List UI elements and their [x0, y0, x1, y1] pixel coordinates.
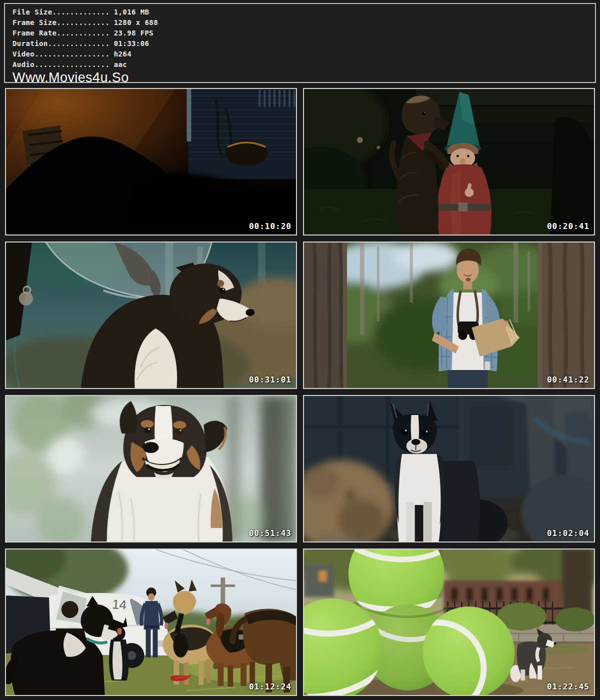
screenshot-thumbnail: 00:41:22 [303, 242, 595, 389]
scene-barn-pup [6, 242, 296, 388]
bokeh-light [357, 137, 363, 143]
timestamp-overlay: 01:22:45 [547, 682, 590, 692]
scene-gnome [304, 89, 594, 234]
info-value: 23.98 FPS [114, 29, 154, 37]
info-dots: .............. [48, 40, 110, 48]
info-label: Video [12, 50, 34, 58]
screenshot-thumbnail: 00:51:43 [5, 395, 297, 542]
scene-aussie-closeup [6, 396, 296, 542]
info-dots: ............ [56, 18, 110, 26]
scene-dark-alley [6, 89, 296, 234]
timestamp-overlay: 00:51:43 [249, 528, 292, 538]
scene-k9-yard: 14 [6, 550, 296, 695]
media-info-row: Frame Rate............23.98 FPS [12, 28, 595, 38]
screenshot-thumbnail: 14 [5, 548, 297, 696]
timestamp-overlay: 00:10:20 [249, 222, 292, 231]
screenshot-thumbnail: 00:31:01 [5, 242, 297, 389]
info-value: h264 [114, 50, 132, 58]
media-info-row: Audio.................aac [12, 60, 595, 70]
screenshot-thumbnail: 01:22:45 [303, 548, 595, 696]
media-info-row: Video.................h264 [12, 49, 595, 60]
deer-statue-silhouette [550, 117, 594, 234]
pine-trunk-right [538, 242, 594, 388]
info-dots: ................. [34, 50, 110, 58]
info-dots: ................. [34, 60, 110, 68]
site-watermark: Www.Movies4u.So [12, 70, 595, 85]
screenshot-thumbnail: 01:02:04 [303, 395, 595, 542]
info-dots: ............. [52, 8, 110, 16]
screenshot-thumbnail: 00:10:20 [5, 88, 297, 236]
media-info-panel: File Size.............1,016 MB Frame Siz… [4, 3, 596, 83]
pine-trunk-left [304, 242, 347, 388]
screenshot-grid: 00:10:20 [5, 88, 595, 696]
screenshot-thumbnail: 00:20:41 [303, 88, 595, 236]
info-label: Duration [12, 40, 48, 48]
info-value: 01:33:06 [114, 40, 150, 48]
van-number: 14 [112, 596, 127, 612]
media-info-row: Frame Size............1280 x 688 [12, 18, 595, 28]
info-dots: ............ [56, 29, 110, 37]
info-label: File Size [12, 8, 52, 16]
info-label: Frame Size [12, 18, 56, 26]
timestamp-overlay: 01:02:04 [547, 528, 590, 538]
timestamp-overlay: 00:20:41 [547, 222, 590, 231]
media-info-row: File Size.............1,016 MB [12, 7, 595, 18]
media-info-row: Duration..............01:33:06 [12, 38, 595, 49]
info-value: aac [114, 60, 128, 68]
scene-boston-terrier [304, 396, 594, 542]
timestamp-overlay: 00:41:22 [547, 375, 590, 384]
timestamp-overlay: 01:12:24 [249, 682, 292, 692]
info-label: Frame Rate [12, 29, 56, 37]
scene-tennis-balls [304, 550, 594, 695]
barrel [226, 140, 268, 166]
timestamp-overlay: 00:31:01 [249, 375, 292, 384]
info-value: 1,016 MB [114, 8, 150, 16]
bokeh-light [376, 146, 380, 150]
scene-forest-man [304, 242, 594, 388]
info-value: 1280 x 688 [114, 18, 158, 26]
info-label: Audio [12, 60, 34, 68]
